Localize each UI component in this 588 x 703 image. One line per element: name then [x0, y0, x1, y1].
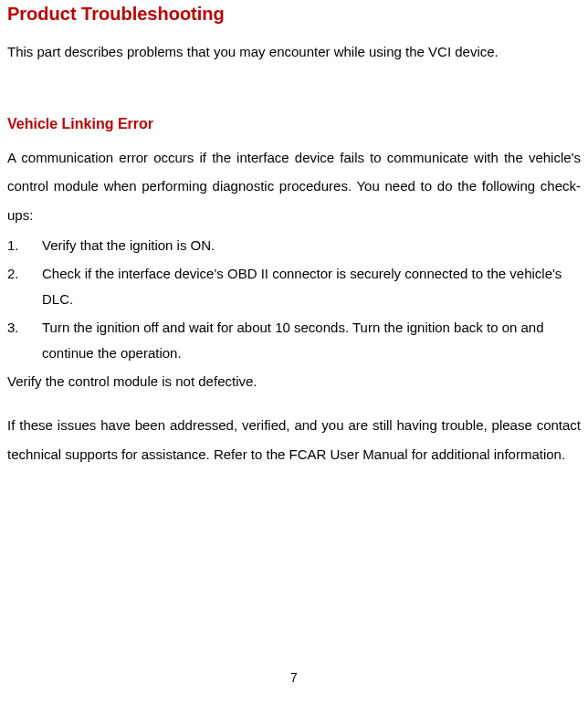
- page-number: 7: [0, 670, 588, 685]
- intro-paragraph: This part describes problems that you ma…: [7, 37, 581, 67]
- list-item: 3. Turn the ignition off and wait for ab…: [7, 315, 581, 367]
- page-title: Product Troubleshooting: [7, 0, 581, 25]
- list-number: 3.: [7, 315, 42, 367]
- list-item: 2. Check if the interface device's OBD I…: [7, 261, 581, 313]
- description-paragraph: A communication error occurs if the inte…: [7, 143, 581, 230]
- list-number: 1.: [7, 233, 42, 259]
- list-text: Turn the ignition off and wait for about…: [42, 315, 581, 367]
- list-text: Check if the interface device's OBD II c…: [42, 261, 581, 313]
- closing-paragraph: If these issues have been addressed, ver…: [7, 411, 581, 468]
- list-item: 1. Verify that the ignition is ON.: [7, 233, 581, 259]
- list-number: 2.: [7, 261, 42, 313]
- section-subtitle: Vehicle Linking Error: [7, 116, 581, 132]
- list-text: Verify that the ignition is ON.: [42, 233, 581, 259]
- verify-paragraph: Verify the control module is not defecti…: [7, 369, 581, 395]
